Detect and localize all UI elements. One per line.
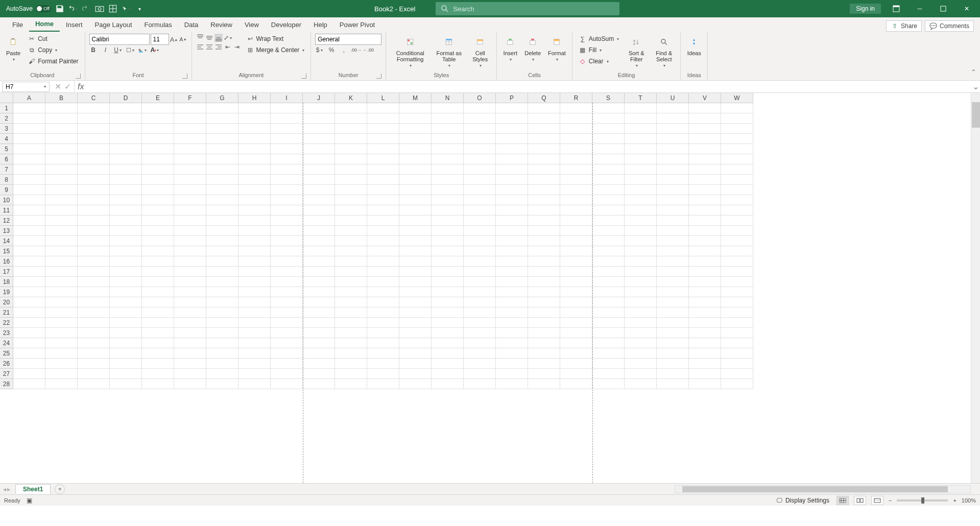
col-header-J[interactable]: J — [303, 93, 335, 103]
cell-F1[interactable] — [174, 103, 206, 113]
cell-T9[interactable] — [625, 185, 657, 195]
cell-I23[interactable] — [271, 328, 303, 338]
cell-S12[interactable] — [592, 216, 625, 226]
cell-F20[interactable] — [174, 297, 206, 307]
cell-T16[interactable] — [625, 256, 657, 267]
cell-B19[interactable] — [45, 287, 78, 297]
row-header-8[interactable]: 8 — [0, 175, 13, 185]
cell-T13[interactable] — [625, 226, 657, 236]
font-name-select[interactable] — [89, 34, 150, 45]
cell-V21[interactable] — [689, 307, 721, 318]
cell-J10[interactable] — [303, 195, 335, 205]
cell-K13[interactable] — [335, 226, 367, 236]
cell-V2[interactable] — [689, 113, 721, 124]
cell-C22[interactable] — [78, 318, 110, 328]
cell-E24[interactable] — [142, 338, 174, 348]
row-header-10[interactable]: 10 — [0, 195, 13, 205]
cell-I24[interactable] — [271, 338, 303, 348]
cell-U19[interactable] — [657, 287, 689, 297]
cell-M6[interactable] — [399, 154, 432, 164]
cell-W17[interactable] — [721, 267, 753, 277]
col-header-B[interactable]: B — [45, 93, 78, 103]
cell-B22[interactable] — [45, 318, 78, 328]
cell-F23[interactable] — [174, 328, 206, 338]
cell-I12[interactable] — [271, 216, 303, 226]
cell-Q1[interactable] — [528, 103, 560, 113]
cell-A6[interactable] — [13, 154, 45, 164]
row-header-22[interactable]: 22 — [0, 318, 13, 328]
cell-C2[interactable] — [78, 113, 110, 124]
cell-C20[interactable] — [78, 297, 110, 307]
cell-Q3[interactable] — [528, 124, 560, 134]
cell-G28[interactable] — [206, 379, 238, 389]
cell-T12[interactable] — [625, 216, 657, 226]
cell-Q12[interactable] — [528, 216, 560, 226]
cell-V23[interactable] — [689, 328, 721, 338]
cell-T2[interactable] — [625, 113, 657, 124]
cell-U8[interactable] — [657, 175, 689, 185]
cell-H26[interactable] — [238, 358, 271, 369]
cell-A9[interactable] — [13, 185, 45, 195]
cell-Q9[interactable] — [528, 185, 560, 195]
cell-V24[interactable] — [689, 338, 721, 348]
cell-J21[interactable] — [303, 307, 335, 318]
cell-W11[interactable] — [721, 205, 753, 216]
cell-L3[interactable] — [367, 124, 399, 134]
col-header-S[interactable]: S — [592, 93, 625, 103]
cell-N17[interactable] — [432, 267, 464, 277]
cell-H5[interactable] — [238, 144, 271, 154]
cell-O3[interactable] — [464, 124, 496, 134]
cell-P28[interactable] — [496, 379, 528, 389]
cell-Q18[interactable] — [528, 277, 560, 287]
cell-N13[interactable] — [432, 226, 464, 236]
cell-G23[interactable] — [206, 328, 238, 338]
cell-T19[interactable] — [625, 287, 657, 297]
signin-button[interactable]: Sign in — [850, 4, 881, 14]
cell-T8[interactable] — [625, 175, 657, 185]
cell-N28[interactable] — [432, 379, 464, 389]
cell-D17[interactable] — [110, 267, 142, 277]
cell-K6[interactable] — [335, 154, 367, 164]
cell-I15[interactable] — [271, 246, 303, 256]
cell-T23[interactable] — [625, 328, 657, 338]
vertical-scrollbar[interactable] — [971, 93, 980, 483]
col-header-V[interactable]: V — [689, 93, 721, 103]
cell-V9[interactable] — [689, 185, 721, 195]
cell-H10[interactable] — [238, 195, 271, 205]
cell-M18[interactable] — [399, 277, 432, 287]
cell-T22[interactable] — [625, 318, 657, 328]
cell-K19[interactable] — [335, 287, 367, 297]
cell-C7[interactable] — [78, 164, 110, 175]
cell-P18[interactable] — [496, 277, 528, 287]
cell-M19[interactable] — [399, 287, 432, 297]
col-header-R[interactable]: R — [560, 93, 592, 103]
align-top-icon[interactable] — [196, 34, 204, 42]
cell-U16[interactable] — [657, 256, 689, 267]
cell-P26[interactable] — [496, 358, 528, 369]
col-header-F[interactable]: F — [174, 93, 206, 103]
cell-C24[interactable] — [78, 338, 110, 348]
cell-S15[interactable] — [592, 246, 625, 256]
cell-S27[interactable] — [592, 369, 625, 379]
cell-W13[interactable] — [721, 226, 753, 236]
cell-S8[interactable] — [592, 175, 625, 185]
cell-Q28[interactable] — [528, 379, 560, 389]
cell-L19[interactable] — [367, 287, 399, 297]
cell-O20[interactable] — [464, 297, 496, 307]
cell-B16[interactable] — [45, 256, 78, 267]
redo-icon[interactable]: ▾ — [82, 4, 91, 13]
cell-M2[interactable] — [399, 113, 432, 124]
close-icon[interactable]: ✕ — [959, 0, 975, 17]
cell-O1[interactable] — [464, 103, 496, 113]
clipboard-dialog-launcher[interactable] — [76, 74, 81, 79]
cell-O5[interactable] — [464, 144, 496, 154]
cell-Q14[interactable] — [528, 236, 560, 246]
cell-J16[interactable] — [303, 256, 335, 267]
cell-N5[interactable] — [432, 144, 464, 154]
cell-E2[interactable] — [142, 113, 174, 124]
cell-S9[interactable] — [592, 185, 625, 195]
cell-T3[interactable] — [625, 124, 657, 134]
cell-G27[interactable] — [206, 369, 238, 379]
cell-M27[interactable] — [399, 369, 432, 379]
cell-L5[interactable] — [367, 144, 399, 154]
